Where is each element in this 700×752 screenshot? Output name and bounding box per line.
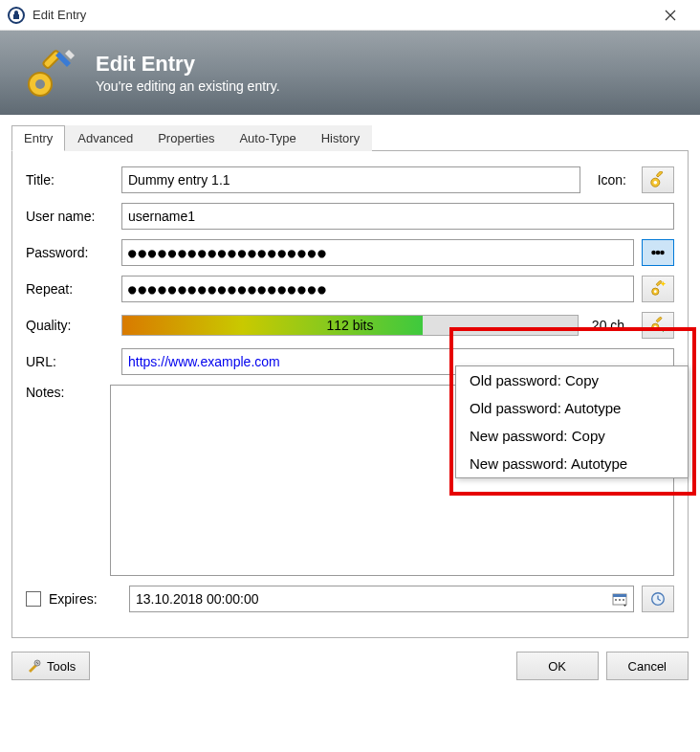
tab-history[interactable]: History bbox=[309, 125, 372, 151]
title-input[interactable] bbox=[121, 166, 580, 193]
notes-label: Notes: bbox=[26, 385, 102, 400]
svg-rect-18 bbox=[619, 599, 621, 601]
dropdown-old-copy[interactable]: Old password: Copy bbox=[456, 366, 688, 394]
repeat-input[interactable] bbox=[121, 276, 634, 302]
svg-point-6 bbox=[651, 251, 656, 255]
svg-point-13 bbox=[654, 325, 657, 328]
cancel-button[interactable]: Cancel bbox=[606, 652, 689, 680]
tools-button[interactable]: Tools bbox=[11, 652, 90, 680]
dialog-footer: Tools OK Cancel bbox=[0, 638, 700, 694]
url-label: URL: bbox=[26, 354, 114, 369]
generate-password-button[interactable] bbox=[642, 276, 674, 302]
dropdown-new-copy[interactable]: New password: Copy bbox=[456, 422, 688, 450]
char-count-text: 20 ch. bbox=[592, 318, 628, 333]
tab-autotype[interactable]: Auto-Type bbox=[227, 125, 308, 151]
username-label: User name: bbox=[26, 209, 114, 224]
dropdown-new-autotype[interactable]: New password: Autotype bbox=[456, 450, 688, 477]
ok-button[interactable]: OK bbox=[516, 652, 599, 680]
window-title: Edit Entry bbox=[33, 8, 648, 22]
svg-rect-5 bbox=[656, 171, 663, 177]
svg-point-10 bbox=[654, 290, 657, 293]
svg-point-1 bbox=[35, 79, 45, 89]
icon-label: Icon: bbox=[598, 172, 626, 188]
show-password-button[interactable] bbox=[642, 239, 674, 266]
dropdown-old-autotype[interactable]: Old password: Autotype bbox=[456, 394, 688, 422]
window-titlebar: Edit Entry bbox=[0, 0, 700, 31]
expires-date-input[interactable]: 13.10.2018 00:00:00 bbox=[129, 586, 634, 612]
close-button[interactable] bbox=[648, 0, 692, 31]
quality-fill bbox=[122, 316, 423, 335]
password-tools-button[interactable] bbox=[642, 312, 674, 339]
app-icon bbox=[8, 7, 25, 24]
expires-date-text: 13.10.2018 00:00:00 bbox=[136, 591, 258, 607]
header-title: Edit Entry bbox=[96, 52, 280, 77]
password-tools-dropdown: Old password: Copy Old password: Autotyp… bbox=[455, 365, 689, 478]
svg-point-8 bbox=[660, 251, 665, 255]
password-label: Password: bbox=[26, 245, 114, 260]
dialog-header: Edit Entry You're editing an existing en… bbox=[0, 31, 700, 115]
tab-advanced[interactable]: Advanced bbox=[65, 125, 145, 151]
icon-picker-button[interactable] bbox=[642, 166, 674, 193]
tab-strip: Entry Advanced Properties Auto-Type Hist… bbox=[11, 124, 689, 151]
svg-point-4 bbox=[654, 181, 658, 185]
title-label: Title: bbox=[26, 172, 114, 188]
svg-rect-11 bbox=[656, 280, 662, 286]
quality-meter: 112 bits bbox=[121, 315, 579, 336]
calendar-icon[interactable] bbox=[608, 588, 631, 609]
svg-rect-19 bbox=[623, 599, 624, 601]
header-subtitle: You're editing an existing entry. bbox=[96, 78, 280, 94]
quality-bits-text: 112 bits bbox=[326, 318, 373, 333]
quality-label: Quality: bbox=[26, 318, 114, 333]
expires-label: Expires: bbox=[49, 591, 98, 607]
tools-button-label: Tools bbox=[47, 659, 76, 674]
tab-entry[interactable]: Entry bbox=[11, 125, 65, 151]
tab-properties[interactable]: Properties bbox=[145, 125, 227, 151]
key-edit-icon bbox=[23, 44, 80, 101]
expires-checkbox[interactable] bbox=[26, 591, 41, 607]
repeat-label: Repeat: bbox=[26, 281, 114, 297]
svg-rect-16 bbox=[613, 594, 626, 597]
svg-rect-14 bbox=[656, 317, 662, 322]
svg-point-7 bbox=[656, 251, 661, 255]
svg-rect-17 bbox=[615, 599, 617, 601]
username-input[interactable] bbox=[121, 203, 674, 230]
password-input[interactable] bbox=[121, 239, 634, 266]
clock-button[interactable] bbox=[642, 586, 674, 612]
